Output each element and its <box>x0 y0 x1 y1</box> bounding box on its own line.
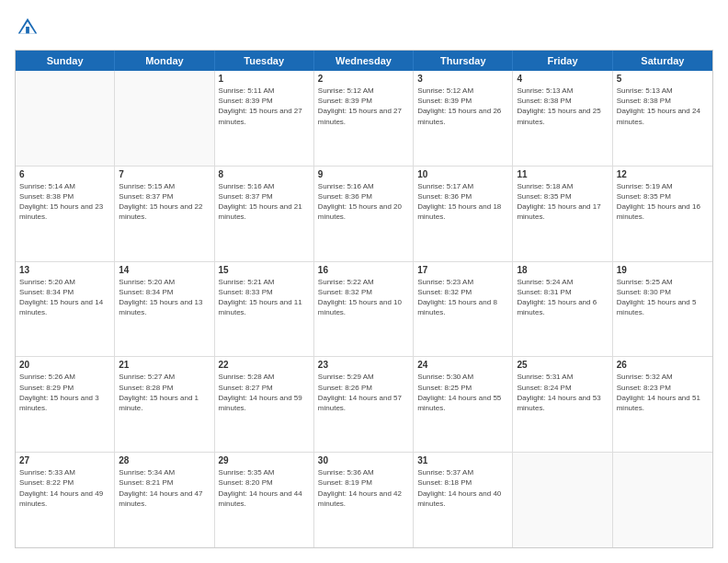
day-info: Sunrise: 5:19 AM Sunset: 8:35 PM Dayligh… <box>617 181 709 223</box>
day-info: Sunrise: 5:30 AM Sunset: 8:25 PM Dayligh… <box>417 372 508 413</box>
calendar: SundayMondayTuesdayWednesdayThursdayFrid… <box>15 50 713 548</box>
day-number: 31 <box>417 455 508 465</box>
calendar-day-empty <box>115 71 214 166</box>
calendar-day-27: 27Sunrise: 5:33 AM Sunset: 8:22 PM Dayli… <box>16 453 115 547</box>
weekday-header-monday: Monday <box>115 51 214 71</box>
day-info: Sunrise: 5:20 AM Sunset: 8:34 PM Dayligh… <box>119 277 210 318</box>
calendar-day-20: 20Sunrise: 5:26 AM Sunset: 8:29 PM Dayli… <box>16 357 115 452</box>
day-info: Sunrise: 5:23 AM Sunset: 8:32 PM Dayligh… <box>417 277 508 318</box>
day-info: Sunrise: 5:11 AM Sunset: 8:39 PM Dayligh… <box>219 86 310 127</box>
day-number: 24 <box>417 360 508 370</box>
day-info: Sunrise: 5:12 AM Sunset: 8:39 PM Dayligh… <box>318 86 409 127</box>
day-info: Sunrise: 5:26 AM Sunset: 8:29 PM Dayligh… <box>19 372 110 413</box>
day-number: 19 <box>617 265 709 275</box>
day-info: Sunrise: 5:21 AM Sunset: 8:33 PM Dayligh… <box>219 277 310 318</box>
day-info: Sunrise: 5:12 AM Sunset: 8:39 PM Dayligh… <box>417 86 508 127</box>
day-number: 18 <box>517 265 608 275</box>
calendar-day-26: 26Sunrise: 5:32 AM Sunset: 8:23 PM Dayli… <box>613 357 712 452</box>
day-info: Sunrise: 5:28 AM Sunset: 8:27 PM Dayligh… <box>219 372 310 413</box>
weekday-header-wednesday: Wednesday <box>314 51 414 71</box>
day-number: 28 <box>119 455 210 465</box>
day-info: Sunrise: 5:24 AM Sunset: 8:31 PM Dayligh… <box>517 277 608 318</box>
day-number: 11 <box>517 169 608 179</box>
logo-icon <box>15 15 40 40</box>
day-info: Sunrise: 5:32 AM Sunset: 8:23 PM Dayligh… <box>617 372 709 413</box>
calendar-day-21: 21Sunrise: 5:27 AM Sunset: 8:28 PM Dayli… <box>115 357 214 452</box>
day-number: 2 <box>318 74 409 84</box>
day-number: 30 <box>318 455 409 465</box>
weekday-header-tuesday: Tuesday <box>215 51 314 71</box>
day-info: Sunrise: 5:15 AM Sunset: 8:37 PM Dayligh… <box>119 181 210 223</box>
day-number: 3 <box>417 74 508 84</box>
page: SundayMondayTuesdayWednesdayThursdayFrid… <box>0 0 728 563</box>
calendar-day-16: 16Sunrise: 5:22 AM Sunset: 8:32 PM Dayli… <box>314 262 414 357</box>
day-info: Sunrise: 5:17 AM Sunset: 8:36 PM Dayligh… <box>417 181 508 223</box>
day-number: 25 <box>517 360 608 370</box>
day-info: Sunrise: 5:34 AM Sunset: 8:21 PM Dayligh… <box>119 467 210 509</box>
calendar-day-2: 2Sunrise: 5:12 AM Sunset: 8:39 PM Daylig… <box>314 71 414 166</box>
calendar-day-10: 10Sunrise: 5:17 AM Sunset: 8:36 PM Dayli… <box>414 167 513 261</box>
weekday-header-thursday: Thursday <box>414 51 513 71</box>
calendar-day-4: 4Sunrise: 5:13 AM Sunset: 8:38 PM Daylig… <box>513 71 612 166</box>
calendar-day-15: 15Sunrise: 5:21 AM Sunset: 8:33 PM Dayli… <box>215 262 314 357</box>
day-info: Sunrise: 5:29 AM Sunset: 8:26 PM Dayligh… <box>318 372 409 413</box>
day-info: Sunrise: 5:16 AM Sunset: 8:36 PM Dayligh… <box>318 181 409 223</box>
calendar-day-12: 12Sunrise: 5:19 AM Sunset: 8:35 PM Dayli… <box>613 167 712 261</box>
day-info: Sunrise: 5:22 AM Sunset: 8:32 PM Dayligh… <box>318 277 409 318</box>
day-number: 29 <box>219 455 310 465</box>
day-info: Sunrise: 5:14 AM Sunset: 8:38 PM Dayligh… <box>19 181 110 223</box>
day-info: Sunrise: 5:33 AM Sunset: 8:22 PM Dayligh… <box>19 467 110 509</box>
calendar-day-8: 8Sunrise: 5:16 AM Sunset: 8:37 PM Daylig… <box>215 167 314 261</box>
day-number: 22 <box>219 360 310 370</box>
day-number: 17 <box>417 265 508 275</box>
calendar-day-5: 5Sunrise: 5:13 AM Sunset: 8:38 PM Daylig… <box>613 71 712 166</box>
day-info: Sunrise: 5:37 AM Sunset: 8:18 PM Dayligh… <box>417 467 508 509</box>
day-number: 5 <box>617 74 709 84</box>
calendar-week-5: 27Sunrise: 5:33 AM Sunset: 8:22 PM Dayli… <box>16 453 712 547</box>
day-number: 9 <box>318 169 409 179</box>
header <box>15 15 713 40</box>
weekday-header-saturday: Saturday <box>613 51 712 71</box>
calendar-day-30: 30Sunrise: 5:36 AM Sunset: 8:19 PM Dayli… <box>314 453 414 547</box>
day-number: 14 <box>119 265 210 275</box>
day-info: Sunrise: 5:16 AM Sunset: 8:37 PM Dayligh… <box>219 181 310 223</box>
calendar-day-29: 29Sunrise: 5:35 AM Sunset: 8:20 PM Dayli… <box>215 453 314 547</box>
calendar-day-14: 14Sunrise: 5:20 AM Sunset: 8:34 PM Dayli… <box>115 262 214 357</box>
day-number: 8 <box>219 169 310 179</box>
day-number: 26 <box>617 360 709 370</box>
calendar-body: 1Sunrise: 5:11 AM Sunset: 8:39 PM Daylig… <box>16 71 712 547</box>
calendar-day-9: 9Sunrise: 5:16 AM Sunset: 8:36 PM Daylig… <box>314 167 414 261</box>
day-number: 15 <box>219 265 310 275</box>
calendar-day-24: 24Sunrise: 5:30 AM Sunset: 8:25 PM Dayli… <box>414 357 513 452</box>
day-info: Sunrise: 5:31 AM Sunset: 8:24 PM Dayligh… <box>517 372 608 413</box>
calendar-day-empty <box>613 453 712 547</box>
day-info: Sunrise: 5:20 AM Sunset: 8:34 PM Dayligh… <box>19 277 110 318</box>
calendar-day-3: 3Sunrise: 5:12 AM Sunset: 8:39 PM Daylig… <box>414 71 513 166</box>
day-info: Sunrise: 5:25 AM Sunset: 8:30 PM Dayligh… <box>617 277 709 318</box>
calendar-day-18: 18Sunrise: 5:24 AM Sunset: 8:31 PM Dayli… <box>513 262 612 357</box>
calendar-day-13: 13Sunrise: 5:20 AM Sunset: 8:34 PM Dayli… <box>16 262 115 357</box>
calendar-day-22: 22Sunrise: 5:28 AM Sunset: 8:27 PM Dayli… <box>215 357 314 452</box>
day-info: Sunrise: 5:35 AM Sunset: 8:20 PM Dayligh… <box>219 467 310 509</box>
day-info: Sunrise: 5:13 AM Sunset: 8:38 PM Dayligh… <box>617 86 709 127</box>
day-number: 1 <box>219 74 310 84</box>
calendar-week-4: 20Sunrise: 5:26 AM Sunset: 8:29 PM Dayli… <box>16 357 712 453</box>
day-number: 20 <box>19 360 110 370</box>
day-number: 4 <box>517 74 608 84</box>
calendar-day-6: 6Sunrise: 5:14 AM Sunset: 8:38 PM Daylig… <box>16 167 115 261</box>
weekday-header-sunday: Sunday <box>16 51 115 71</box>
calendar-week-2: 6Sunrise: 5:14 AM Sunset: 8:38 PM Daylig… <box>16 167 712 262</box>
calendar-day-1: 1Sunrise: 5:11 AM Sunset: 8:39 PM Daylig… <box>215 71 314 166</box>
calendar-day-28: 28Sunrise: 5:34 AM Sunset: 8:21 PM Dayli… <box>115 453 214 547</box>
day-number: 13 <box>19 265 110 275</box>
day-number: 16 <box>318 265 409 275</box>
logo <box>15 15 44 40</box>
calendar-day-11: 11Sunrise: 5:18 AM Sunset: 8:35 PM Dayli… <box>513 167 612 261</box>
day-number: 12 <box>617 169 709 179</box>
calendar-week-3: 13Sunrise: 5:20 AM Sunset: 8:34 PM Dayli… <box>16 262 712 358</box>
day-info: Sunrise: 5:27 AM Sunset: 8:28 PM Dayligh… <box>119 372 210 413</box>
day-number: 10 <box>417 169 508 179</box>
calendar-week-1: 1Sunrise: 5:11 AM Sunset: 8:39 PM Daylig… <box>16 71 712 167</box>
calendar-day-31: 31Sunrise: 5:37 AM Sunset: 8:18 PM Dayli… <box>414 453 513 547</box>
day-info: Sunrise: 5:18 AM Sunset: 8:35 PM Dayligh… <box>517 181 608 223</box>
